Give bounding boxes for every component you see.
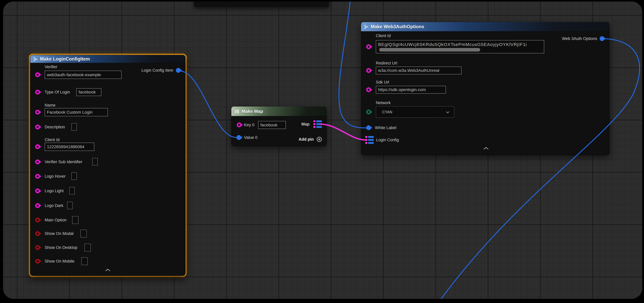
output-pin-login-config-item[interactable] [176,68,181,73]
node-make-loginconfigitem[interactable]: Make LoginConfigItem Login Config Item V… [30,55,185,276]
node-title: Make LoginConfigItem [40,56,90,62]
wire-map-to-loginconfig [320,124,366,140]
logo-dark-input[interactable] [67,202,72,209]
pin-label-value-0: Value 0 [244,135,258,140]
make-struct-icon [33,57,38,61]
pin-show-on-modal[interactable] [35,231,40,236]
blueprint-editor: Make LoginConfigItem Login Config Item V… [0,0,644,303]
pin-label-logo-light: Logo Light [45,188,64,193]
pin-label-map: Map [302,122,310,126]
pin-show-on-desktop[interactable] [35,245,40,250]
network-dropdown[interactable]: CYAN [376,106,454,118]
pin-white-label[interactable] [366,125,371,130]
selection-outline: Make LoginConfigItem Login Config Item V… [29,54,187,277]
key-0-input[interactable]: facebook [258,121,286,129]
collapse-chevron-icon[interactable] [483,147,489,150]
output-pin-label: Web 3Auth Options [562,36,597,41]
pin-label-logo-dark: Logo Dark [45,203,64,208]
logo-light-input[interactable] [69,187,75,194]
pin-label-network: Network [376,100,391,105]
pin-main-option[interactable] [35,218,40,222]
offscreen-node-partial[interactable] [194,2,329,7]
show-on-desktop-checkbox[interactable] [84,244,91,252]
pin-key-0[interactable] [237,122,242,127]
output-pin-label: Login Config Item [141,68,173,73]
node-header-make-loginconfigitem[interactable]: Make LoginConfigItem [30,55,185,63]
main-option-checkbox[interactable] [72,216,78,224]
pin-type-of-login[interactable] [35,90,40,94]
show-on-mobile-checkbox[interactable] [81,257,88,265]
pin-label-client-id: Client Id [376,34,391,38]
sdk-url-input[interactable]: https://sdk.openlogin.com [376,86,446,94]
verifier-input[interactable]: web3auth-facebook-example [45,71,122,79]
pin-label-sdk-url: Sdk Url [376,80,389,84]
add-pin-icon[interactable] [316,136,322,142]
pin-name[interactable] [35,110,40,114]
redirect-url-input[interactable]: w3a://com.w3a.Web3AuthUnreal [376,66,462,74]
node-make-web3authoptions[interactable]: Make Web3AuthOptions Web 3Auth Options C… [361,22,610,155]
pin-show-on-mobile[interactable] [35,259,40,264]
pin-label-white-label: White Label [375,126,396,130]
chevron-down-icon [446,111,450,113]
pin-login-config[interactable] [365,136,374,144]
pin-label-name: Name [45,103,56,108]
type-of-login-input[interactable]: facebook [76,88,101,96]
node-make-map[interactable]: Make Map Key 0 facebook Map Value [231,106,327,146]
pin-label-login-config: Login Config [376,138,399,142]
verifier-sub-identifier-input[interactable] [92,158,98,166]
pin-label-show-on-modal: Show On Modal [45,231,74,236]
pin-label-type-of-login: Type Of Login [45,90,70,94]
node-header-make-web3authoptions[interactable]: Make Web3AuthOptions [361,22,610,32]
add-pin-label: Add pin [299,137,314,142]
pin-logo-hover[interactable] [35,174,40,179]
node-header-make-map[interactable]: Make Map [231,106,327,116]
pin-description[interactable] [35,124,40,130]
pin-verifier-sub-identifier[interactable] [35,160,40,164]
pin-sdk-url[interactable] [366,87,371,92]
description-input[interactable] [72,123,77,130]
pin-verifier[interactable] [35,72,40,77]
pin-client-id[interactable] [366,44,371,49]
pin-label-show-on-mobile: Show On Mobile [45,259,74,264]
pin-label-verifier: Verifier [45,65,57,69]
network-selected-value: CYAN [382,110,392,114]
client-id-input[interactable]: 1222658941886084 [45,143,94,151]
make-map-icon [234,110,240,114]
pin-label-logo-hover: Logo Hover [45,174,66,179]
blueprint-canvas[interactable]: Make LoginConfigItem Login Config Item V… [3,2,642,299]
pin-network[interactable] [366,110,371,114]
collapse-chevron-icon[interactable] [105,268,110,272]
pin-label-verifier-sub-identifier: Verifier Sub Identifier [45,160,82,164]
output-pin-map[interactable] [314,120,322,128]
pin-client-id[interactable] [35,144,40,149]
pin-label-key-0: Key 0 [244,123,254,127]
logo-hover-input[interactable] [72,172,77,180]
pin-label-description: Description [45,125,65,130]
wire-loginconfigitem-to-value0 [180,71,236,137]
node-title: Make Map [242,109,263,114]
name-input[interactable]: Facebook Custom Login [45,108,108,116]
pin-label-client-id: Client Id [45,138,60,142]
pin-value-0[interactable] [236,135,241,140]
pin-logo-dark[interactable] [35,203,40,208]
node-title: Make Web3AuthOptions [371,24,424,30]
output-pin-web3auth-options[interactable] [600,36,604,41]
pin-logo-light[interactable] [35,188,40,193]
pin-redirect-url[interactable] [366,68,371,73]
pin-label-show-on-desktop: Show On Desktop [45,245,78,250]
pin-label-redirect-url: Redirect Url [376,61,397,66]
make-struct-icon [364,25,368,29]
show-on-modal-checkbox[interactable] [80,230,87,238]
client-id-scrollbar[interactable] [379,48,480,52]
pin-label-main-option: Main Option [45,218,66,222]
